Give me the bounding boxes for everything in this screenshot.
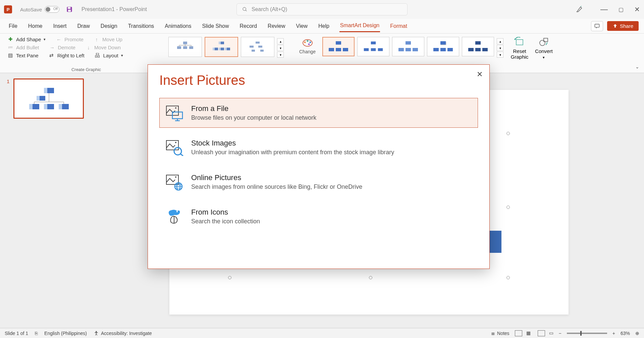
layout-scroll-up[interactable]: ▴ — [277, 38, 284, 44]
svg-rect-5 — [595, 24, 599, 27]
dialog-title: Insert Pictures — [159, 73, 478, 88]
svg-line-78 — [180, 154, 183, 156]
reading-view-icon[interactable] — [538, 330, 545, 336]
layout-option-2[interactable] — [205, 37, 238, 57]
save-icon[interactable] — [66, 6, 73, 13]
promote-button: ←Promote — [56, 36, 84, 42]
normal-view-icon[interactable] — [515, 330, 522, 336]
comment-icon — [594, 23, 600, 29]
text-pane-button[interactable]: ▤Text Pane — [7, 52, 39, 58]
tab-draw[interactable]: Draw — [76, 20, 90, 32]
layout-scroll-more[interactable]: ▾ — [277, 52, 284, 58]
svg-rect-47 — [447, 48, 453, 51]
notes-button[interactable]: ≣ Notes — [491, 331, 509, 336]
style-scroll-up[interactable]: ▴ — [497, 38, 503, 44]
autosave-toggle[interactable]: AutoSave — [20, 6, 59, 13]
spellcheck-icon[interactable]: ⎘ — [35, 331, 38, 336]
group-reset: Reset Graphic Convert ▾ Reset — [503, 35, 559, 73]
minimize-button[interactable]: — — [600, 5, 608, 14]
handle-icon[interactable] — [369, 276, 372, 279]
svg-rect-24 — [258, 46, 262, 48]
svg-rect-1 — [68, 7, 70, 9]
ribbon-expand-icon[interactable]: ⌄ — [635, 64, 639, 69]
style-option-5[interactable] — [462, 37, 494, 56]
layout-option-3[interactable] — [241, 37, 274, 57]
tab-slideshow[interactable]: Slide Show — [201, 20, 229, 32]
autosave-label: AutoSave — [20, 7, 42, 12]
svg-point-80 — [175, 176, 176, 178]
svg-rect-51 — [482, 48, 488, 51]
close-button[interactable]: ✕ — [634, 5, 640, 13]
svg-point-30 — [309, 42, 311, 43]
tab-insert[interactable]: Insert — [52, 20, 67, 32]
mic-icon[interactable] — [576, 6, 583, 13]
tab-record[interactable]: Record — [239, 20, 258, 32]
maximize-button[interactable]: ▢ — [619, 6, 624, 13]
style-option-3[interactable] — [392, 37, 424, 56]
tab-design[interactable]: Design — [100, 20, 118, 32]
accessibility-icon[interactable]: Accessibility: Investigate — [94, 331, 152, 336]
thumbnail-number: 1 — [7, 78, 9, 119]
style-scroll-more[interactable]: ▾ — [497, 52, 503, 58]
dialog-close-button[interactable]: ✕ — [477, 70, 483, 79]
zoom-out-button[interactable]: − — [559, 331, 561, 336]
zoom-in-button[interactable]: + — [612, 331, 615, 336]
tab-review[interactable]: Review — [267, 20, 286, 32]
layout-scroll-down[interactable]: ▾ — [277, 45, 284, 51]
language-indicator[interactable]: English (Philippines) — [44, 331, 87, 336]
tab-help[interactable]: Help — [318, 20, 330, 32]
svg-rect-32 — [336, 41, 341, 45]
tab-file[interactable]: File — [8, 20, 18, 32]
svg-rect-41 — [398, 48, 404, 51]
option-from-icons[interactable]: From Icons Search the icon collection — [159, 202, 478, 231]
ribbon-tabs: File Home Insert Draw Design Transitions… — [0, 19, 644, 34]
view-mode-icons: ▦ ▭ — [515, 330, 553, 336]
handle-icon[interactable] — [506, 132, 510, 135]
window-controls: — ▢ ✕ — [576, 5, 640, 14]
svg-rect-52 — [516, 40, 523, 45]
rtl-button[interactable]: ⇄Right to Left — [49, 52, 85, 58]
option-from-file[interactable]: From a File Browse files on your compute… — [159, 98, 478, 128]
move-up-button: ↑Move Up — [94, 36, 122, 42]
svg-point-86 — [176, 211, 178, 212]
tab-transitions[interactable]: Transitions — [127, 20, 155, 32]
svg-rect-21 — [225, 48, 227, 50]
style-option-2[interactable] — [357, 37, 389, 56]
style-option-1[interactable] — [322, 37, 355, 56]
style-scroll: ▴ ▾ ▾ — [497, 38, 503, 58]
search-input[interactable]: Search (Alt+Q) — [236, 3, 408, 15]
svg-rect-34 — [336, 48, 341, 51]
add-shape-button[interactable]: ✚Add Shape ▾ — [7, 36, 46, 42]
tab-view[interactable]: View — [296, 20, 308, 32]
layout-option-1[interactable] — [168, 37, 202, 57]
sorter-view-icon[interactable]: ▦ — [526, 330, 534, 336]
slide-thumbnail-1[interactable] — [13, 78, 84, 119]
handle-icon[interactable] — [506, 206, 510, 209]
toggle-switch[interactable] — [45, 6, 59, 13]
svg-rect-2 — [68, 10, 71, 12]
fit-to-window-icon[interactable]: ⊕ — [635, 331, 639, 336]
tab-format[interactable]: Format — [389, 20, 408, 32]
svg-rect-36 — [371, 41, 376, 45]
handle-icon[interactable] — [506, 276, 510, 279]
tab-smartart-design[interactable]: SmartArt Design — [339, 20, 380, 32]
slideshow-view-icon[interactable]: ▭ — [549, 330, 553, 336]
svg-rect-8 — [183, 46, 187, 49]
option-stock-images[interactable]: Stock Images Unleash your imagination wi… — [159, 132, 478, 162]
slide-indicator[interactable]: Slide 1 of 1 — [5, 331, 28, 336]
option-online-pictures[interactable]: Online Pictures Search images from onlin… — [159, 167, 478, 197]
svg-rect-22 — [256, 42, 260, 44]
share-button[interactable]: Share — [607, 21, 639, 31]
tab-animations[interactable]: Animations — [164, 20, 192, 32]
tab-home[interactable]: Home — [28, 20, 43, 32]
svg-rect-46 — [440, 48, 446, 51]
style-option-4[interactable] — [427, 37, 459, 56]
zoom-slider[interactable] — [567, 333, 607, 334]
layout-button[interactable]: 品Layout ▾ — [95, 52, 123, 58]
svg-rect-57 — [44, 88, 47, 93]
svg-point-28 — [304, 42, 306, 43]
handle-icon[interactable] — [228, 276, 231, 279]
zoom-level[interactable]: 63% — [621, 331, 630, 336]
comments-button[interactable] — [591, 21, 603, 31]
style-scroll-down[interactable]: ▾ — [497, 45, 503, 51]
